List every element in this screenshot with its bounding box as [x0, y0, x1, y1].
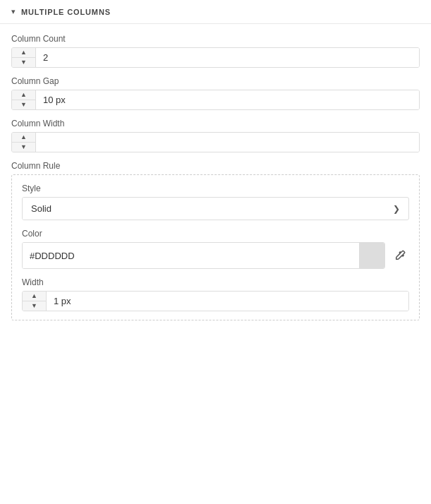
style-label: Style — [22, 184, 409, 193]
color-row — [22, 242, 409, 269]
rule-width-increment[interactable]: ▲ — [23, 292, 46, 301]
down-arrow-icon: ▼ — [31, 303, 37, 309]
rule-width-input[interactable] — [47, 292, 408, 311]
down-arrow-icon: ▼ — [20, 102, 27, 108]
column-gap-input[interactable] — [36, 90, 419, 109]
panel-collapse-chevron[interactable]: ▾ — [11, 7, 16, 16]
column-gap-field: Column Gap ▲ ▼ — [11, 76, 420, 110]
down-arrow-icon: ▼ — [20, 59, 27, 66]
column-gap-decrement[interactable]: ▼ — [12, 100, 35, 109]
up-arrow-icon: ▲ — [20, 134, 27, 140]
rule-width-field: Width ▲ ▼ — [22, 277, 409, 311]
eyedropper-icon — [394, 249, 406, 262]
color-label: Color — [22, 229, 409, 239]
panel-title: MULTIPLE COLUMNS — [21, 8, 111, 16]
column-width-increment[interactable]: ▲ — [12, 133, 35, 143]
column-width-field: Column Width ▲ ▼ — [11, 119, 420, 152]
color-hex-input[interactable] — [23, 243, 359, 268]
up-arrow-icon: ▲ — [31, 293, 37, 299]
column-count-decrement[interactable]: ▼ — [12, 58, 35, 67]
column-width-input-row: ▲ ▼ — [11, 132, 420, 152]
rule-width-input-row: ▲ ▼ — [22, 291, 409, 311]
color-field: Color — [22, 229, 409, 269]
column-count-input[interactable] — [36, 48, 419, 67]
select-chevron-icon: ❯ — [384, 198, 408, 220]
column-gap-label: Column Gap — [11, 76, 420, 86]
up-arrow-icon: ▲ — [20, 92, 27, 98]
eyedropper-button[interactable] — [391, 246, 409, 265]
column-count-spinner: ▲ ▼ — [12, 48, 36, 67]
column-gap-spinner: ▲ ▼ — [12, 90, 36, 109]
up-arrow-icon: ▲ — [20, 49, 27, 56]
color-input-wrapper — [22, 242, 385, 269]
column-rule-label: Column Rule — [11, 161, 420, 171]
column-rule-section: Style None Solid Dashed Dotted Double ❯ — [11, 174, 420, 320]
rule-width-spinner: ▲ ▼ — [23, 292, 47, 311]
column-width-input[interactable] — [36, 133, 419, 152]
down-arrow-icon: ▼ — [20, 144, 27, 150]
column-gap-input-row: ▲ ▼ — [11, 90, 420, 110]
column-rule-section-wrapper: Column Rule Style None Solid Dashed Dott… — [11, 161, 420, 320]
multiple-columns-panel: ▾ MULTIPLE COLUMNS Column Count ▲ ▼ Co — [0, 0, 431, 330]
column-count-field: Column Count ▲ ▼ — [11, 34, 420, 68]
column-count-label: Column Count — [11, 34, 420, 44]
panel-body: Column Count ▲ ▼ Column Gap ▲ — [0, 24, 431, 330]
column-gap-increment[interactable]: ▲ — [12, 90, 35, 100]
style-select[interactable]: None Solid Dashed Dotted Double — [23, 198, 384, 220]
rule-width-label: Width — [22, 277, 409, 287]
column-width-decrement[interactable]: ▼ — [12, 143, 35, 152]
column-width-label: Column Width — [11, 119, 420, 128]
rule-width-decrement[interactable]: ▼ — [23, 301, 46, 311]
panel-header: ▾ MULTIPLE COLUMNS — [0, 0, 431, 24]
column-count-input-row: ▲ ▼ — [11, 47, 420, 68]
style-field: Style None Solid Dashed Dotted Double ❯ — [22, 184, 409, 220]
color-swatch[interactable] — [359, 243, 384, 268]
column-count-increment[interactable]: ▲ — [12, 48, 35, 58]
column-width-spinner: ▲ ▼ — [12, 133, 36, 152]
style-select-row: None Solid Dashed Dotted Double ❯ — [22, 197, 409, 220]
